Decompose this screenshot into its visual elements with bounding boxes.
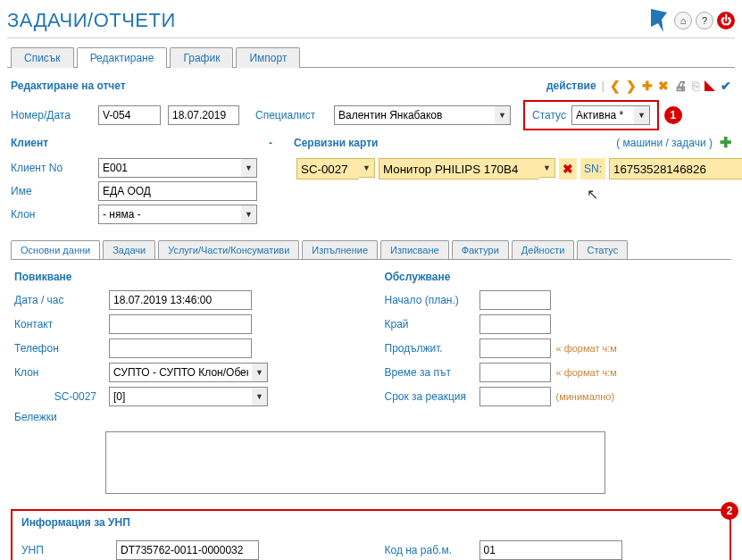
end-label: Край: [385, 318, 474, 330]
start-input[interactable]: [479, 290, 551, 310]
help-button[interactable]: ?: [696, 12, 713, 29]
svc-code-dropdown-icon[interactable]: ▼: [359, 158, 375, 178]
reaction-label: Срок за реакция: [385, 390, 474, 403]
notes-textarea[interactable]: [105, 431, 605, 494]
notes-label: Бележки: [14, 411, 104, 423]
unp-label: УНП: [21, 544, 111, 556]
prev-icon[interactable]: ❮: [610, 79, 621, 93]
delete-icon[interactable]: ✖: [658, 79, 669, 93]
tab-edit[interactable]: Редактиране: [77, 47, 168, 68]
subtab-tasks[interactable]: Задачи: [103, 240, 155, 259]
branch-dropdown-icon[interactable]: ▼: [241, 205, 257, 224]
subtab-activities[interactable]: Дейности: [512, 240, 575, 259]
svc-item-select[interactable]: [379, 158, 539, 180]
action-link[interactable]: действие: [546, 79, 596, 92]
sn-input[interactable]: [609, 158, 742, 180]
reaction-hint: (минимално): [556, 391, 615, 402]
print-icon[interactable]: 🖨: [674, 79, 687, 93]
confirm-icon[interactable]: ✔: [721, 79, 731, 93]
toolbar: действие | ❮ ❯ ✚ ✖ 🖨 ⎘ ✔: [546, 79, 731, 93]
tab-schedule[interactable]: График: [170, 47, 233, 68]
call-branch-label: Клон: [14, 366, 104, 379]
call-branch-select[interactable]: [109, 363, 252, 382]
branch-label: Клон: [11, 208, 91, 221]
svc-code-input[interactable]: [296, 158, 359, 180]
travel-hint: « формат ч:м: [556, 367, 617, 378]
status-dropdown-icon[interactable]: ▼: [634, 105, 650, 125]
phone-label: Телефон: [14, 342, 104, 355]
app-logo: [649, 7, 671, 34]
tab-import[interactable]: Импорт: [236, 47, 300, 68]
power-button[interactable]: ⏻: [717, 12, 735, 29]
unp-info-box: 2 Информация за УНП УНП Код на оп. Код н…: [11, 509, 731, 560]
travel-input[interactable]: [479, 363, 551, 382]
status-select[interactable]: [571, 105, 634, 125]
subtab-execution[interactable]: Изпълнение: [302, 240, 378, 259]
next-icon[interactable]: ❯: [626, 79, 637, 93]
sc-ref-label: SC-0027: [14, 390, 104, 403]
client-no-input[interactable]: [98, 158, 241, 178]
page-title: ЗАДАЧИ/ОТЧЕТИ: [7, 9, 176, 32]
badge-1: 1: [664, 106, 682, 124]
subtab-issuing[interactable]: Изписване: [380, 240, 449, 259]
service-cards-heading: Сервизни карти: [294, 137, 378, 149]
client-heading: Клиент: [11, 137, 91, 149]
number-date-label: Номер/Дата: [11, 109, 91, 121]
phone-input[interactable]: [109, 339, 252, 358]
end-input[interactable]: [479, 314, 551, 334]
subtab-main-data[interactable]: Основни данни: [11, 240, 100, 259]
unp-input[interactable]: [116, 540, 259, 560]
machines-tasks-link[interactable]: ( машини / задачи ): [616, 137, 713, 149]
date-input[interactable]: [168, 105, 239, 125]
name-input[interactable]: [98, 181, 257, 201]
copy-icon[interactable]: ⎘: [692, 79, 699, 93]
section-title: Редактиране на отчет: [11, 79, 126, 92]
reaction-input[interactable]: [479, 387, 551, 406]
specialist-dropdown-icon[interactable]: ▼: [495, 105, 511, 125]
duration-label: Продължит.: [385, 342, 474, 355]
add-service-card-icon[interactable]: ✚: [720, 134, 731, 151]
badge-2: 2: [721, 502, 738, 520]
sn-label: SN:: [580, 158, 605, 180]
datetime-label: Дата / час: [14, 294, 104, 306]
contact-input[interactable]: [109, 314, 252, 334]
number-input[interactable]: [98, 105, 161, 125]
remove-service-card-icon[interactable]: ✖: [559, 158, 577, 180]
subtab-status[interactable]: Статус: [577, 240, 628, 259]
tab-list[interactable]: Списък: [11, 47, 74, 68]
home-button[interactable]: ⌂: [674, 12, 692, 29]
client-no-label: Клиент No: [11, 162, 91, 174]
work-code-label: Код на раб.м.: [385, 544, 474, 556]
flag-icon[interactable]: [704, 80, 715, 91]
top-tabs: Списък Редактиране График Импорт: [11, 47, 735, 68]
datetime-input[interactable]: [109, 290, 252, 310]
call-branch-dropdown-icon[interactable]: ▼: [252, 363, 268, 382]
branch-select[interactable]: [98, 205, 241, 224]
travel-label: Време за път: [385, 366, 474, 379]
subtab-invoices[interactable]: Фактури: [452, 240, 509, 259]
status-label: Статус: [532, 109, 566, 121]
sc-ref-dropdown-icon[interactable]: ▼: [252, 387, 268, 406]
specialist-select[interactable]: [334, 105, 495, 125]
service-card-row: ▼ ▼ ✖ SN:: [296, 158, 742, 180]
name-label: Име: [11, 185, 91, 197]
work-code-input[interactable]: [479, 540, 622, 560]
subtab-services[interactable]: Услуги/Части/Консумативи: [158, 240, 299, 259]
service-group-title: Обслужване: [385, 271, 729, 283]
contact-label: Контакт: [14, 318, 104, 330]
subtabs: Основни данни Задачи Услуги/Части/Консум…: [11, 240, 731, 259]
svc-item-dropdown-icon[interactable]: ▼: [539, 158, 555, 178]
specialist-label: Специалист: [255, 109, 327, 121]
start-label: Начало (план.): [385, 294, 474, 306]
duration-hint: « формат ч:м: [556, 343, 617, 354]
add-icon[interactable]: ✚: [642, 79, 653, 93]
duration-input[interactable]: [479, 339, 551, 358]
status-box: Статус ▼: [523, 100, 659, 130]
client-dash: -: [98, 137, 272, 149]
call-group-title: Повикване: [14, 271, 358, 283]
client-no-dropdown-icon[interactable]: ▼: [241, 158, 257, 178]
separator: |: [602, 79, 604, 92]
sc-ref-select[interactable]: [109, 387, 252, 406]
unp-title: Информация за УНП: [21, 516, 721, 529]
